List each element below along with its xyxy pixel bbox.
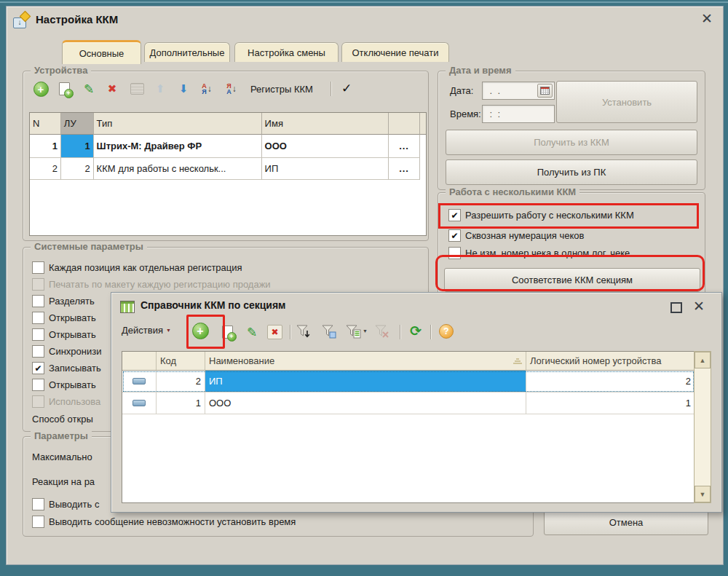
delete-icon[interactable]: ✖: [103, 80, 121, 98]
get-from-kkm-button[interactable]: Получить из ККМ: [446, 130, 697, 155]
scroll-down-button[interactable]: ▼: [695, 486, 711, 502]
tab-shift[interactable]: Настройка смены: [234, 42, 339, 62]
checkbox-label: Открывать: [49, 379, 96, 390]
item-marker-icon: [132, 400, 146, 406]
close-icon[interactable]: ✕: [698, 11, 716, 28]
checkbox-label: Выводить сообщение невозможности установ…: [49, 516, 296, 527]
calendar-icon: [540, 87, 550, 95]
vertical-scrollbar[interactable]: ▲ ▼: [694, 351, 711, 503]
checkbox-through-numbering[interactable]: ✔ Сквозная нумерация чеков: [448, 229, 584, 242]
set-datetime-button[interactable]: Установить: [556, 81, 697, 123]
cell-name-selected: ИП: [205, 371, 526, 392]
checkbox-separate[interactable]: Разделять: [32, 295, 95, 307]
checkbox-label: Синхронизи: [49, 346, 101, 357]
get-from-pc-button[interactable]: Получить из ПК: [446, 159, 697, 185]
add-glyph: +: [192, 323, 209, 339]
checkbox-box: [32, 395, 44, 408]
dialog-add-copy-icon[interactable]: +: [218, 323, 236, 341]
cell-code: 2: [157, 371, 205, 392]
scroll-up-button[interactable]: ▲: [695, 352, 711, 368]
add-icon[interactable]: +: [32, 80, 50, 98]
time-value: : :: [487, 109, 500, 119]
sections-row[interactable]: 1 ООО 1: [122, 392, 695, 414]
cell-filler: [420, 158, 426, 180]
sections-table: Код Наименование Логический номер устрой…: [122, 351, 695, 503]
header-type[interactable]: Тип: [94, 113, 262, 135]
screen: { "window": { "title": "Настройка ККМ" }…: [0, 0, 728, 576]
filter-settings-icon[interactable]: [320, 323, 338, 340]
actions-label: Действия: [122, 325, 163, 336]
dialog-delete-icon[interactable]: ✖: [267, 325, 282, 339]
checkbox-label: Сквозная нумерация чеков: [465, 230, 584, 241]
tab-additional-label: Дополнительные: [150, 47, 225, 58]
kkm-sections-mapping-button[interactable]: Соответствие ККМ секциям: [444, 268, 700, 292]
tab-main[interactable]: Основные: [62, 40, 141, 64]
clear-filter-icon-disabled[interactable]: [373, 323, 391, 340]
sort-asc-icon[interactable]: АЯ ↓: [198, 80, 215, 98]
checkbox-open-1[interactable]: Открывать: [32, 312, 96, 324]
checkbox-show-message-1[interactable]: Выводить с: [32, 498, 99, 510]
open-method-label: Способ откры: [32, 414, 93, 425]
date-input[interactable]: . .: [482, 82, 555, 100]
header-code[interactable]: Код: [157, 352, 205, 371]
header-name[interactable]: Наименование: [205, 352, 526, 371]
dialog-add-icon[interactable]: +: [191, 322, 209, 339]
sections-dialog: Справочник ККМ по секциям ✕ Действия ▼ +…: [111, 292, 722, 513]
checkbox-open-2[interactable]: Открывать: [32, 328, 96, 341]
checkbox-box: [32, 312, 44, 324]
cancel-button[interactable]: Отмена: [544, 509, 708, 535]
checkbox-each-position[interactable]: Каждая позиция как отдельная регистрация: [32, 261, 242, 274]
checkbox-write[interactable]: ✔ Записывать: [32, 362, 101, 374]
refresh-icon[interactable]: ⟳: [407, 323, 424, 340]
checkbox-box: [32, 345, 44, 358]
maximize-icon[interactable]: [670, 302, 682, 313]
dialog-close-icon[interactable]: ✕: [691, 299, 707, 315]
calendar-button[interactable]: [537, 84, 553, 98]
checkbox-use-disabled[interactable]: Использова: [32, 395, 100, 408]
checkbox-label: Выводить с: [49, 499, 99, 510]
header-lu[interactable]: ЛУ: [61, 113, 94, 135]
item-marker-icon: [132, 378, 146, 384]
checkbox-open-3[interactable]: Открывать: [32, 379, 96, 391]
edit-icon[interactable]: ✎: [80, 80, 98, 98]
sort-indicator-icon: [513, 358, 522, 364]
check-connection-icon[interactable]: ✓: [338, 79, 355, 97]
registers-kkm-button[interactable]: Регистры ККМ: [250, 84, 313, 95]
cell-code: 1: [157, 392, 205, 414]
checkbox-show-message-time[interactable]: Выводить сообщение невозможности установ…: [32, 516, 296, 528]
tab-print-off[interactable]: Отключение печати: [341, 42, 449, 62]
devices-row-2[interactable]: 2 2 ККМ для работы с нескольк... ИП ...: [30, 158, 426, 180]
more-button[interactable]: ...: [389, 135, 420, 158]
frame-top-highlight: [0, 1, 728, 3]
cell-type: Штрих-М: Драйвер ФР: [94, 135, 262, 158]
help-icon[interactable]: ?: [438, 323, 455, 340]
checkbox-box: ✔: [32, 362, 44, 374]
group-system-params-title: Системные параметры: [31, 241, 147, 252]
checkbox-box: [32, 498, 44, 510]
filter-set-icon[interactable]: [295, 323, 312, 340]
devices-row-1[interactable]: 1 1 Штрих-М: Драйвер ФР ООО ...: [30, 135, 426, 158]
checkbox-keep-check-number[interactable]: Не изм. номер чека в одном лог. чеке: [448, 247, 630, 259]
checkbox-synchronize[interactable]: Синхронизи: [32, 345, 101, 358]
checkbox-allow-multi-kkm[interactable]: ✔ Разрешить работу с несколькими ККМ: [448, 209, 634, 221]
add-copy-icon[interactable]: +: [55, 80, 73, 98]
sections-row-selected[interactable]: 2 ИП 2: [122, 371, 695, 392]
move-down-icon[interactable]: ⬇: [175, 80, 192, 98]
save-order-icon-disabled[interactable]: [128, 80, 146, 98]
filter-by-value-caret-icon[interactable]: ▼: [363, 328, 368, 334]
header-n[interactable]: N: [30, 113, 61, 135]
checkbox-label: Каждая позиция как отдельная регистрация: [49, 262, 242, 273]
header-device-number[interactable]: Логический номер устройства: [526, 352, 695, 371]
time-input[interactable]: : :: [482, 105, 555, 123]
tab-additional[interactable]: Дополнительные: [144, 42, 230, 62]
actions-menu-button[interactable]: Действия ▼: [122, 325, 171, 336]
sort-desc-icon[interactable]: ЯА ↓: [223, 80, 240, 98]
dialog-edit-icon[interactable]: ✎: [243, 323, 261, 341]
filter-by-value-icon[interactable]: [344, 323, 362, 340]
move-up-icon-disabled[interactable]: ⬆: [151, 80, 169, 98]
checkbox-box: [32, 328, 44, 341]
checkbox-print-layout-disabled[interactable]: Печатать по макету каждую регистрацию пр…: [32, 278, 271, 291]
more-button[interactable]: ...: [389, 158, 420, 180]
header-name[interactable]: Имя: [262, 113, 389, 135]
cell-filler: [420, 135, 426, 158]
